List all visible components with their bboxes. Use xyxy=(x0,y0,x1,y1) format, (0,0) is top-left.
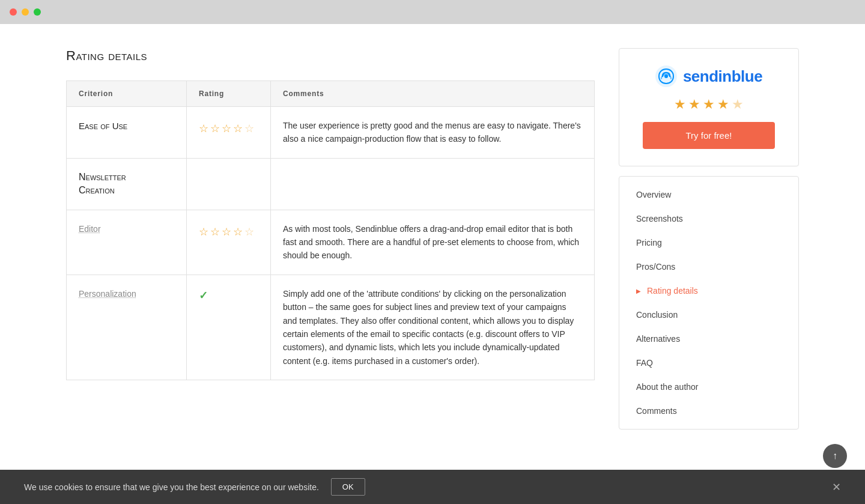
nav-label: Alternatives xyxy=(636,334,680,344)
brand-icon xyxy=(655,65,677,87)
cookie-message: We use cookies to ensure that we give yo… xyxy=(24,482,319,492)
comment-cell: The user experience is pretty good and t… xyxy=(271,107,595,159)
nav-item-alternatives[interactable]: Alternatives xyxy=(619,327,798,351)
star-rating: ☆ ☆ ☆ ☆ ☆ xyxy=(199,223,258,241)
nav-label: Conclusion xyxy=(636,310,678,320)
star-1: ☆ xyxy=(199,223,208,241)
star-2: ☆ xyxy=(210,120,220,138)
star-2: ☆ xyxy=(210,223,220,241)
comment-text: The user experience is pretty good and t… xyxy=(283,121,581,144)
table-row: Ease of Use ☆ ☆ ☆ ☆ ☆ The user experienc… xyxy=(67,107,595,159)
browser-chrome xyxy=(0,0,865,24)
brand-logo: sendinblue xyxy=(655,65,762,87)
nav-item-comments[interactable]: Comments xyxy=(619,399,798,423)
rating-cell xyxy=(187,158,271,210)
criterion-cell: Ease of Use xyxy=(67,107,187,159)
criterion-cell: NewsletterCreation xyxy=(67,158,187,210)
svg-point-1 xyxy=(664,74,668,78)
col-criterion: Criterion xyxy=(67,81,187,107)
brand-star-3: ★ xyxy=(703,97,715,112)
try-free-button[interactable]: Try for free! xyxy=(643,122,775,149)
criterion-cell: Personalization xyxy=(67,275,187,380)
nav-label: Rating details xyxy=(647,286,698,296)
star-3: ☆ xyxy=(222,120,231,138)
star-5: ☆ xyxy=(244,223,254,241)
rating-cell: ☆ ☆ ☆ ☆ ☆ xyxy=(187,107,271,159)
star-4: ☆ xyxy=(233,120,243,138)
star-rating: ☆ ☆ ☆ ☆ ☆ xyxy=(199,120,258,138)
nav-item-proscons[interactable]: Pros/Cons xyxy=(619,255,798,279)
cookie-close-button[interactable]: ✕ xyxy=(832,481,841,494)
col-comments: Comments xyxy=(271,81,595,107)
brand-star-2: ★ xyxy=(688,97,700,112)
checkmark-icon: ✓ xyxy=(199,290,208,302)
comment-cell xyxy=(271,158,595,210)
brand-rating-stars: ★ ★ ★ ★ ★ xyxy=(674,97,744,112)
main-column: Rating details Criterion Rating Comments… xyxy=(66,48,595,480)
nav-label: FAQ xyxy=(636,358,653,368)
criterion-label: Ease of Use xyxy=(79,121,127,131)
nav-item-conclusion[interactable]: Conclusion xyxy=(619,303,798,327)
nav-label: Comments xyxy=(636,406,677,416)
page-content: Rating details Criterion Rating Comments… xyxy=(0,24,865,504)
nav-card: Overview Screenshots Pricing Pros/Cons ▶… xyxy=(619,176,799,430)
comment-cell: Simply add one of the 'attribute conditi… xyxy=(271,275,595,380)
brand-star-4: ★ xyxy=(717,97,729,112)
close-button[interactable] xyxy=(10,8,17,16)
table-row: NewsletterCreation xyxy=(67,158,595,210)
nav-label: Pros/Cons xyxy=(636,262,675,272)
nav-item-rating-details[interactable]: ▶ Rating details xyxy=(619,279,798,303)
nav-item-about-author[interactable]: About the author xyxy=(619,375,798,399)
criterion-cell: Editor xyxy=(67,210,187,275)
table-body: Ease of Use ☆ ☆ ☆ ☆ ☆ The user experienc… xyxy=(67,107,595,380)
rating-cell: ✓ xyxy=(187,275,271,380)
nav-label: Overview xyxy=(636,190,671,199)
rating-cell: ☆ ☆ ☆ ☆ ☆ xyxy=(187,210,271,275)
brand-star-5: ★ xyxy=(732,97,744,112)
star-4: ☆ xyxy=(233,223,243,241)
cookie-banner: We use cookies to ensure that we give yo… xyxy=(0,470,865,504)
sidebar: sendinblue ★ ★ ★ ★ ★ Try for free! Overv… xyxy=(619,48,799,480)
scroll-top-icon: ↑ xyxy=(833,451,837,461)
nav-item-screenshots[interactable]: Screenshots xyxy=(619,207,798,231)
maximize-button[interactable] xyxy=(34,8,41,16)
col-rating: Rating xyxy=(187,81,271,107)
nav-item-overview[interactable]: Overview xyxy=(619,183,798,207)
star-1: ☆ xyxy=(199,120,208,138)
nav-label: About the author xyxy=(636,382,699,392)
cookie-ok-button[interactable]: OK xyxy=(331,478,365,496)
nav-arrow-icon: ▶ xyxy=(636,288,641,294)
nav-label: Pricing xyxy=(636,238,662,247)
table-row: Editor ☆ ☆ ☆ ☆ ☆ As with most tools, Sen… xyxy=(67,210,595,275)
criterion-sublabel: Personalization xyxy=(79,289,136,299)
scroll-to-top-button[interactable]: ↑ xyxy=(823,444,847,468)
criterion-section-label: NewsletterCreation xyxy=(79,172,126,195)
brand-name: sendinblue xyxy=(683,67,762,86)
comment-text: Simply add one of the 'attribute conditi… xyxy=(283,289,574,366)
criterion-sublabel: Editor xyxy=(79,224,101,234)
table-header: Criterion Rating Comments xyxy=(67,81,595,107)
star-3: ☆ xyxy=(222,223,231,241)
minimize-button[interactable] xyxy=(22,8,29,16)
table-row: Personalization ✓ Simply add one of the … xyxy=(67,275,595,380)
star-5: ☆ xyxy=(244,120,254,138)
brand-star-1: ★ xyxy=(674,97,686,112)
comment-cell: As with most tools, Sendinblue offers a … xyxy=(271,210,595,275)
rating-table: Criterion Rating Comments Ease of Use ☆ … xyxy=(66,80,595,380)
nav-item-pricing[interactable]: Pricing xyxy=(619,231,798,255)
nav-item-faq[interactable]: FAQ xyxy=(619,351,798,375)
comment-text: As with most tools, Sendinblue offers a … xyxy=(283,224,579,261)
page-title: Rating details xyxy=(66,48,595,64)
brand-card: sendinblue ★ ★ ★ ★ ★ Try for free! xyxy=(619,48,799,166)
nav-label: Screenshots xyxy=(636,214,683,223)
